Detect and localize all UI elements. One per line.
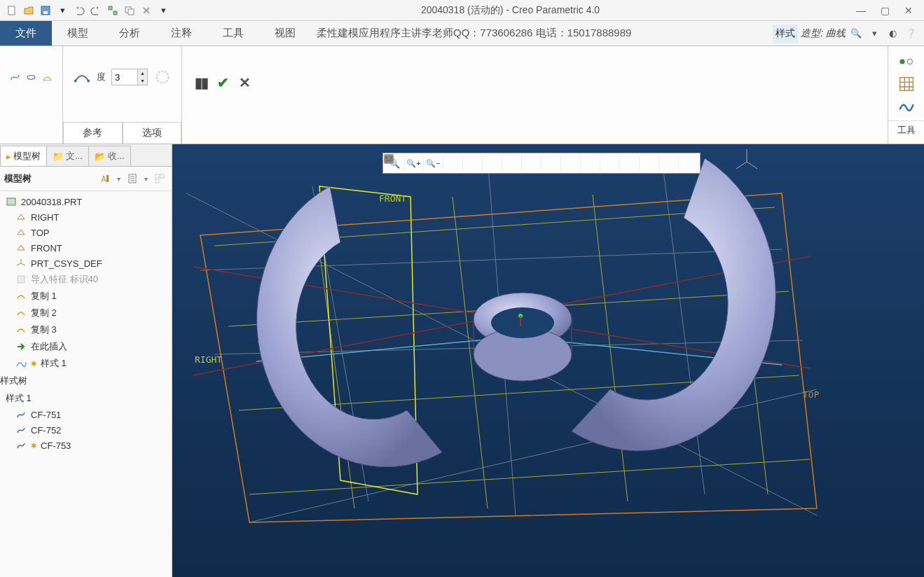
tree-item[interactable]: 导入特征 标识40: [0, 271, 172, 288]
svg-line-32: [249, 459, 810, 494]
grid-icon[interactable]: [898, 76, 915, 92]
style-root[interactable]: 样式 1: [0, 390, 172, 407]
copy-icon: [15, 291, 27, 302]
lp-toolbar-label: 模型树: [4, 172, 93, 185]
csys-display-icon[interactable]: [581, 155, 600, 172]
help-icon[interactable]: ❔: [903, 26, 918, 41]
qat-dropdown[interactable]: ▾: [156, 3, 171, 18]
curve-free-icon[interactable]: [10, 67, 20, 87]
surface-icon[interactable]: [898, 98, 915, 115]
zoom-out-icon[interactable]: 🔍−: [424, 155, 443, 172]
tab-analysis[interactable]: 分析: [104, 21, 156, 46]
svg-rect-60: [385, 155, 392, 163]
tree-item[interactable]: 复制 3: [0, 321, 172, 338]
svg-point-9: [87, 80, 90, 83]
point-display-icon[interactable]: [561, 155, 581, 172]
tree-item[interactable]: 复制 1: [0, 288, 172, 305]
lp-settings-icon[interactable]: [97, 171, 113, 186]
cancel-button[interactable]: ✕: [239, 74, 251, 91]
plane-display-icon[interactable]: [600, 155, 620, 172]
style-item[interactable]: CF-752: [0, 422, 172, 438]
degree-up[interactable]: ▲: [137, 69, 147, 77]
tree-item[interactable]: FRONT: [0, 240, 172, 256]
lp-toolbar: 模型树 ▾ ▾: [0, 167, 172, 191]
tree-item[interactable]: RIGHT: [0, 209, 172, 225]
insert-icon: [15, 341, 27, 352]
redo-button[interactable]: [88, 3, 104, 18]
spin-center-icon[interactable]: [640, 155, 659, 172]
svg-rect-0: [8, 6, 15, 15]
tree-item[interactable]: PRT_CSYS_DEF: [0, 256, 172, 271]
opt-subtab[interactable]: 选项: [123, 122, 182, 144]
canvas-3d[interactable]: FRONT RIGHT TOP 🔍 🔍+ 🔍−: [172, 144, 924, 577]
lp-tab-filetree[interactable]: 📁文...: [46, 146, 89, 166]
close-button[interactable]: ✕: [902, 4, 916, 18]
menubar: 文件 模型 分析 注释 工具 视图 柔性建模应用程序主讲李老师QQ：773606…: [0, 21, 924, 46]
lp-show-drop[interactable]: ▾: [144, 175, 148, 183]
learning-icon[interactable]: ◐: [885, 26, 900, 41]
svg-point-11: [899, 59, 904, 64]
ribbon-right-sidebar: 工具: [888, 46, 924, 144]
window-buttons: — ▢ ✕: [846, 4, 924, 18]
curve-cos-icon[interactable]: [42, 67, 53, 87]
csys-icon: [15, 258, 27, 269]
style-item[interactable]: ✱CF-753: [0, 438, 172, 453]
degree-down[interactable]: ▼: [137, 77, 147, 85]
regen-button[interactable]: [105, 3, 120, 18]
search-dropdown[interactable]: ▾: [867, 26, 882, 41]
save-dropdown[interactable]: ▾: [55, 3, 70, 18]
lp-show-icon[interactable]: [125, 171, 140, 186]
ref-subtab[interactable]: 参考: [63, 122, 123, 144]
part-icon: [6, 196, 17, 207]
svg-rect-3: [109, 6, 112, 10]
degree-input[interactable]: [112, 69, 137, 85]
repaint-icon[interactable]: [443, 155, 463, 172]
tab-tools[interactable]: 工具: [207, 21, 259, 46]
svg-rect-2: [43, 11, 48, 14]
model-tree: 20040318.PRT RIGHT TOP FRONT PRT_CSYS_DE…: [0, 191, 172, 375]
search-icon[interactable]: 🔍: [848, 26, 864, 41]
lp-tab-modeltree[interactable]: ▸模型树: [0, 146, 47, 166]
tree-item[interactable]: ✱样式 1: [0, 355, 172, 372]
curve-extra-icon[interactable]: [153, 67, 172, 87]
tree-item[interactable]: 复制 2: [0, 305, 172, 321]
save-button[interactable]: [38, 3, 53, 18]
lp-settings-drop[interactable]: ▾: [117, 175, 120, 183]
new-button[interactable]: [4, 3, 20, 18]
svg-rect-17: [160, 174, 164, 178]
pause-button[interactable]: ▮▮: [195, 74, 207, 91]
datum-display-icon[interactable]: [522, 155, 542, 172]
maximize-button[interactable]: ▢: [878, 4, 892, 18]
lp-filter-icon[interactable]: [152, 171, 167, 186]
perspective-icon[interactable]: [659, 155, 679, 172]
annotation-display-icon[interactable]: [620, 155, 640, 172]
saved-views-icon[interactable]: [483, 155, 502, 172]
open-button[interactable]: [21, 3, 36, 18]
tree-item[interactable]: 在此插入: [0, 338, 172, 355]
style-item[interactable]: CF-751: [0, 407, 172, 422]
tab-model[interactable]: 模型: [52, 21, 104, 46]
minimize-button[interactable]: —: [854, 4, 868, 18]
datum-top-label: TOP: [803, 389, 819, 400]
close-window-button[interactable]: [139, 3, 154, 18]
traffic-light-icon[interactable]: [898, 53, 915, 70]
view-manager-icon[interactable]: [502, 155, 522, 172]
axis-display-icon[interactable]: [542, 155, 561, 172]
curve-planar-icon[interactable]: [26, 67, 36, 87]
content: ▸模型树 📁文... 📂收... 模型树 ▾ ▾ 20040318.PRT RI…: [0, 144, 924, 577]
tree-root[interactable]: 20040318.PRT: [0, 194, 172, 209]
windows-button[interactable]: [122, 3, 137, 18]
tab-view[interactable]: 视图: [259, 21, 311, 46]
svg-point-42: [491, 307, 554, 338]
tab-file[interactable]: 文件: [0, 21, 52, 46]
tab-annotate[interactable]: 注释: [156, 21, 207, 46]
curve-edit-icon[interactable]: [73, 67, 91, 87]
undo-button[interactable]: [71, 3, 87, 18]
style-tab[interactable]: 样式: [773, 25, 798, 43]
lp-tab-favorites[interactable]: 📂收...: [88, 146, 131, 166]
zoom-in-icon[interactable]: 🔍+: [404, 155, 424, 172]
named-views-icon[interactable]: [679, 155, 698, 172]
accept-button[interactable]: ✔: [217, 74, 229, 91]
tree-item[interactable]: TOP: [0, 225, 172, 240]
display-style-icon[interactable]: [463, 155, 483, 172]
